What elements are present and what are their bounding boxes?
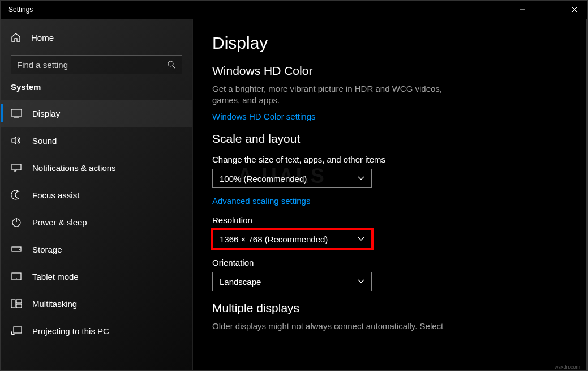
chevron-down-icon: [358, 279, 364, 284]
display-icon: [11, 108, 22, 119]
nav-storage-label: Storage: [32, 245, 62, 254]
svg-point-12: [19, 249, 20, 250]
nav-focus[interactable]: Focus assist: [1, 181, 192, 208]
window-title: Settings: [8, 6, 33, 14]
multi-heading: Multiple displays: [212, 301, 587, 315]
svg-point-14: [16, 278, 17, 279]
orientation-label: Orientation: [212, 258, 587, 267]
home-icon: [11, 32, 21, 42]
page-title: Display: [212, 33, 587, 53]
svg-rect-8: [12, 164, 21, 170]
svg-rect-16: [16, 300, 22, 303]
resolution-dropdown[interactable]: 1366 × 768 (Recommended): [212, 229, 372, 249]
scale-heading: Scale and layout: [212, 132, 587, 146]
focus-icon: [11, 189, 22, 201]
svg-rect-18: [14, 327, 22, 333]
scrollbar[interactable]: [586, 19, 587, 370]
orientation-value: Landscape: [220, 277, 261, 287]
home-button[interactable]: Home: [1, 24, 192, 50]
nav-power[interactable]: Power & sleep: [1, 208, 192, 236]
hd-color-heading: Windows HD Color: [212, 64, 587, 78]
svg-rect-6: [11, 109, 22, 116]
chevron-down-icon: [358, 237, 364, 241]
search-input[interactable]: Find a setting: [11, 55, 182, 74]
home-label: Home: [31, 33, 54, 42]
minimize-button[interactable]: [509, 1, 535, 19]
hd-color-desc: Get a brighter, more vibrant picture in …: [212, 83, 450, 106]
nav-sound-label: Sound: [32, 136, 57, 146]
nav-multitask-label: Multitasking: [32, 299, 77, 309]
multitask-icon: [11, 298, 22, 309]
svg-point-4: [168, 61, 173, 66]
nav-projecting-label: Projecting to this PC: [32, 326, 109, 336]
nav-multitask[interactable]: Multitasking: [1, 290, 192, 317]
nav-storage[interactable]: Storage: [1, 236, 192, 263]
chevron-down-icon: [358, 176, 364, 181]
nav-focus-label: Focus assist: [32, 190, 79, 200]
category-label: System: [1, 82, 192, 100]
notifications-icon: [11, 162, 22, 173]
nav-notifications[interactable]: Notifications & actions: [1, 154, 192, 181]
hd-color-link[interactable]: Windows HD Color settings: [212, 112, 316, 121]
sidebar: Home Find a setting System Display Sound…: [1, 19, 193, 370]
nav-tablet-label: Tablet mode: [32, 272, 79, 282]
projecting-icon: [11, 325, 22, 336]
nav-sound[interactable]: Sound: [1, 127, 192, 154]
search-placeholder: Find a setting: [17, 60, 167, 70]
svg-rect-17: [16, 304, 22, 308]
svg-line-5: [173, 66, 175, 68]
scale-size-label: Change the size of text, apps, and other…: [212, 155, 587, 164]
content-area: Display Windows HD Color Get a brighter,…: [193, 19, 587, 370]
nav-tablet[interactable]: Tablet mode: [1, 263, 192, 290]
nav-projecting[interactable]: Projecting to this PC: [1, 317, 192, 344]
search-icon: [167, 60, 176, 69]
resolution-value: 1366 × 768 (Recommended): [220, 234, 328, 244]
nav-notifications-label: Notifications & actions: [32, 163, 116, 173]
nav-display-label: Display: [32, 109, 60, 118]
storage-icon: [11, 244, 22, 255]
power-icon: [11, 216, 22, 228]
sound-icon: [11, 135, 22, 146]
orientation-dropdown[interactable]: Landscape: [212, 272, 372, 291]
tablet-icon: [11, 271, 22, 282]
svg-rect-1: [546, 7, 551, 12]
close-button[interactable]: [561, 1, 587, 19]
nav-power-label: Power & sleep: [32, 218, 87, 227]
attribution: wsxdn.com: [555, 364, 580, 370]
scale-dropdown[interactable]: 100% (Recommended): [212, 169, 372, 188]
svg-rect-15: [11, 300, 15, 308]
multi-desc: Older displays might not always connect …: [212, 321, 450, 332]
titlebar: Settings: [1, 1, 587, 19]
resolution-label: Resolution: [212, 215, 587, 225]
scale-value: 100% (Recommended): [220, 174, 307, 184]
advanced-scaling-link[interactable]: Advanced scaling settings: [212, 196, 310, 206]
maximize-button[interactable]: [535, 1, 561, 19]
nav-display[interactable]: Display: [1, 100, 192, 127]
